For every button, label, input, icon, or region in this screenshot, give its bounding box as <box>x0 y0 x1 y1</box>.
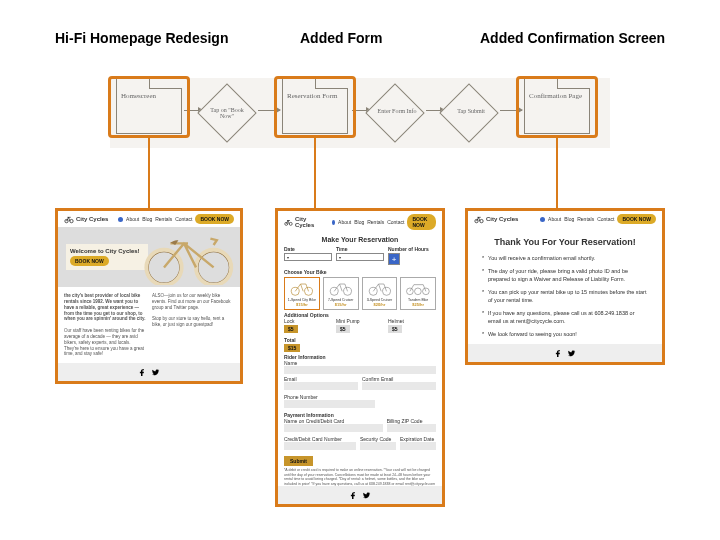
label-payment: Payment Information <box>278 410 442 418</box>
book-now-button[interactable]: BOOK NOW <box>407 214 436 230</box>
svg-point-13 <box>382 287 390 295</box>
connector-line <box>148 138 150 208</box>
status-dot-icon <box>540 217 545 222</box>
submit-button[interactable]: Submit <box>284 456 313 466</box>
svg-point-18 <box>480 219 483 222</box>
bike-options: 1-Speed City Bike$15/hr 7-Speed Cruiser$… <box>278 277 442 310</box>
nav-bar: City Cycles About Blog Rentals ContactBO… <box>278 211 442 233</box>
svg-point-0 <box>65 219 68 222</box>
date-select[interactable]: ▾ <box>284 253 332 261</box>
card-number-field[interactable] <box>284 442 356 450</box>
heading-homepage: Hi-Fi Homepage Redesign <box>55 30 228 46</box>
welcome-title: Welcome to City Cycles! <box>70 248 140 254</box>
cvv-field[interactable] <box>360 442 396 450</box>
total-value: $15 <box>284 344 300 352</box>
twitter-icon[interactable] <box>567 349 576 358</box>
phone-field[interactable] <box>284 400 375 408</box>
svg-point-10 <box>330 287 338 295</box>
conf-bullet: The day of your ride, please bring a val… <box>482 268 648 283</box>
body-p2: Our staff have been renting bikes for th… <box>64 328 146 357</box>
bike-icon <box>474 214 484 224</box>
footer <box>468 344 662 362</box>
nav-rentals[interactable]: Rentals <box>155 216 172 222</box>
label-choose-bike: Choose Your Bike <box>278 267 442 275</box>
hero: Welcome to City Cycles! BOOK NOW <box>58 227 240 287</box>
conf-bullet: If you have any questions, please call u… <box>482 310 648 325</box>
email-field[interactable] <box>284 382 358 390</box>
nav-bar: City Cycles About Blog Rentals ContactBO… <box>468 211 662 227</box>
logo: City Cycles <box>64 214 108 224</box>
mock-reservation-form: City Cycles About Blog Rentals ContactBO… <box>275 208 445 507</box>
opt-lock[interactable]: $5 <box>284 325 298 333</box>
facebook-icon[interactable] <box>349 491 358 500</box>
svg-point-12 <box>369 287 377 295</box>
svg-point-8 <box>291 287 299 295</box>
welcome-panel: Welcome to City Cycles! BOOK NOW <box>66 244 148 270</box>
footer <box>58 363 240 381</box>
confirm-email-field[interactable] <box>362 382 436 390</box>
body-columns: the city's best provider of local bike r… <box>58 287 240 363</box>
highlight-homescreen <box>108 76 190 138</box>
conf-bullet: We look forward to seeing you soon! <box>482 331 648 338</box>
mock-homepage: City Cycles About Blog Rentals Contact B… <box>55 208 243 384</box>
svg-point-17 <box>475 219 478 222</box>
sketch-enter-info: Enter Form Info <box>365 83 424 142</box>
bike-opt-2[interactable]: 7-Speed Cruiser$15/hr <box>323 277 359 310</box>
fine-print: *A debit or credit card is required to m… <box>278 468 442 486</box>
bike-opt-4[interactable]: Tandem Bike$25/hr <box>400 277 436 310</box>
body-p1: the city's best provider of local bike r… <box>64 293 146 321</box>
body-p3: ALSO—join us for our weekly bike events.… <box>152 293 234 311</box>
conf-bullet: You will receive a confirmation email sh… <box>482 255 648 262</box>
label-rider-info: Rider Information <box>278 352 442 360</box>
svg-point-15 <box>415 288 422 295</box>
expiry-field[interactable] <box>400 442 436 450</box>
logo: City Cycles <box>284 216 324 228</box>
body-p4: Stop by our store to say hello, rent a b… <box>152 316 234 328</box>
confirmation-bullets: You will receive a confirmation email sh… <box>468 255 662 338</box>
hours-stepper[interactable]: + <box>388 253 400 265</box>
nav-about[interactable]: About <box>126 216 139 222</box>
bike-opt-3[interactable]: 3-Speed Cruiser$20/hr <box>362 277 398 310</box>
highlight-form <box>274 76 356 138</box>
svg-point-1 <box>70 219 73 222</box>
connector-line <box>314 138 316 208</box>
svg-point-11 <box>343 287 351 295</box>
book-now-button[interactable]: BOOK NOW <box>617 214 656 224</box>
nav-contact[interactable]: Contact <box>175 216 192 222</box>
highlight-confirmation <box>516 76 598 138</box>
label-additional: Additional Options <box>278 310 442 318</box>
time-select[interactable]: ▾ <box>336 253 384 261</box>
facebook-icon[interactable] <box>138 368 147 377</box>
hero-book-button[interactable]: BOOK NOW <box>70 256 109 266</box>
form-title: Make Your Reservation <box>278 236 442 243</box>
connector-line <box>556 138 558 208</box>
opt-helmet[interactable]: $5 <box>388 325 402 333</box>
twitter-icon[interactable] <box>151 368 160 377</box>
label-date: Date <box>284 246 332 252</box>
book-now-button[interactable]: BOOK NOW <box>195 214 234 224</box>
heading-form: Added Form <box>300 30 382 46</box>
mock-confirmation: City Cycles About Blog Rentals ContactBO… <box>465 208 665 365</box>
label-time: Time <box>336 246 384 252</box>
hero-bike-image <box>138 229 238 285</box>
nav-links: About Blog Rentals Contact BOOK NOW <box>118 214 234 224</box>
svg-point-7 <box>289 222 292 225</box>
logo: City Cycles <box>474 214 518 224</box>
footer <box>278 486 442 504</box>
facebook-icon[interactable] <box>554 349 563 358</box>
zip-field[interactable] <box>387 424 436 432</box>
label-hours: Number of Hours <box>388 246 436 252</box>
opt-pump[interactable]: $5 <box>336 325 350 333</box>
status-dot-icon <box>118 217 123 222</box>
card-name-field[interactable] <box>284 424 383 432</box>
name-field[interactable] <box>284 366 436 374</box>
label-total: Total <box>278 335 442 343</box>
heading-confirmation: Added Confirmation Screen <box>480 30 665 46</box>
status-dot-icon <box>332 220 335 225</box>
bike-icon <box>64 214 74 224</box>
sketch-tap-submit: Tap Submit <box>439 83 498 142</box>
nav-blog[interactable]: Blog <box>142 216 152 222</box>
bike-opt-1[interactable]: 1-Speed City Bike$15/hr <box>284 277 320 310</box>
bike-icon <box>284 217 293 227</box>
twitter-icon[interactable] <box>362 491 371 500</box>
